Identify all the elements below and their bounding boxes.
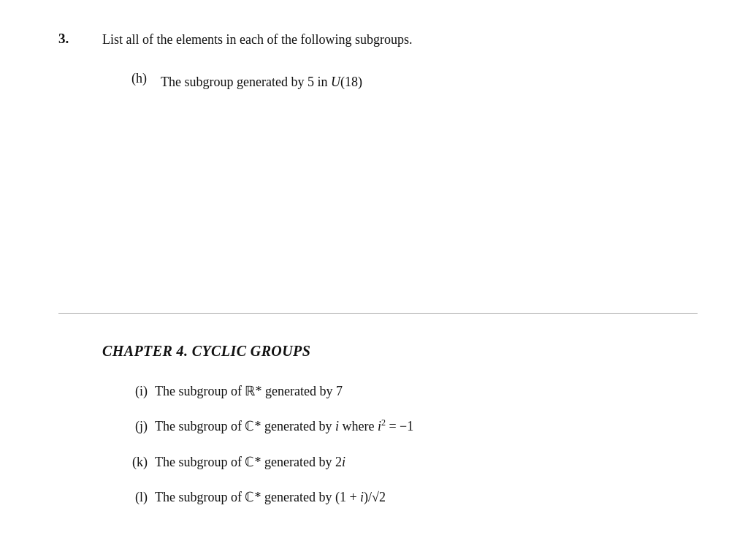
item-label-i: (i) bbox=[124, 380, 155, 403]
section-divider bbox=[58, 313, 698, 314]
item-content-j: The subgroup of ℂ* generated by i where … bbox=[155, 415, 413, 438]
item-label-k: (k) bbox=[124, 451, 155, 474]
sub-item-h: (h) The subgroup generated by 5 in U(18) bbox=[131, 71, 698, 94]
list-item: (k) The subgroup of ℂ* generated by 2i bbox=[124, 451, 698, 474]
list-item: (j) The subgroup of ℂ* generated by i wh… bbox=[124, 415, 698, 438]
problem-statement: List all of the elements in each of the … bbox=[102, 29, 412, 50]
chapter-heading: CHAPTER 4. CYCLIC GROUPS bbox=[102, 343, 698, 360]
item-content-i: The subgroup of ℝ* generated by 7 bbox=[155, 380, 343, 403]
list-item: (l) The subgroup of ℂ* generated by (1 +… bbox=[124, 486, 698, 509]
math-U: U bbox=[331, 75, 340, 89]
item-label-j: (j) bbox=[124, 415, 155, 438]
item-content-l: The subgroup of ℂ* generated by (1 + i)/… bbox=[155, 486, 386, 509]
sub-content-h: The subgroup generated by 5 in U(18) bbox=[161, 71, 362, 94]
list-item: (i) The subgroup of ℝ* generated by 7 bbox=[124, 380, 698, 403]
math-i-k: i bbox=[342, 455, 345, 469]
upper-section: 3. List all of the elements in each of t… bbox=[58, 29, 698, 306]
lower-section: CHAPTER 4. CYCLIC GROUPS (i) The subgrou… bbox=[58, 336, 698, 509]
page: 3. List all of the elements in each of t… bbox=[0, 0, 756, 538]
item-content-k: The subgroup of ℂ* generated by 2i bbox=[155, 451, 345, 474]
math-i-l: i bbox=[360, 490, 364, 504]
item-label-l: (l) bbox=[124, 486, 155, 509]
problem-row: 3. List all of the elements in each of t… bbox=[58, 29, 698, 50]
math-i-j: i bbox=[335, 419, 339, 433]
chapter-items: (i) The subgroup of ℝ* generated by 7 (j… bbox=[124, 380, 698, 509]
problem-number: 3. bbox=[58, 29, 102, 47]
chapter-heading-text: CHAPTER 4. CYCLIC GROUPS bbox=[102, 343, 310, 359]
sub-label-h: (h) bbox=[131, 71, 161, 86]
